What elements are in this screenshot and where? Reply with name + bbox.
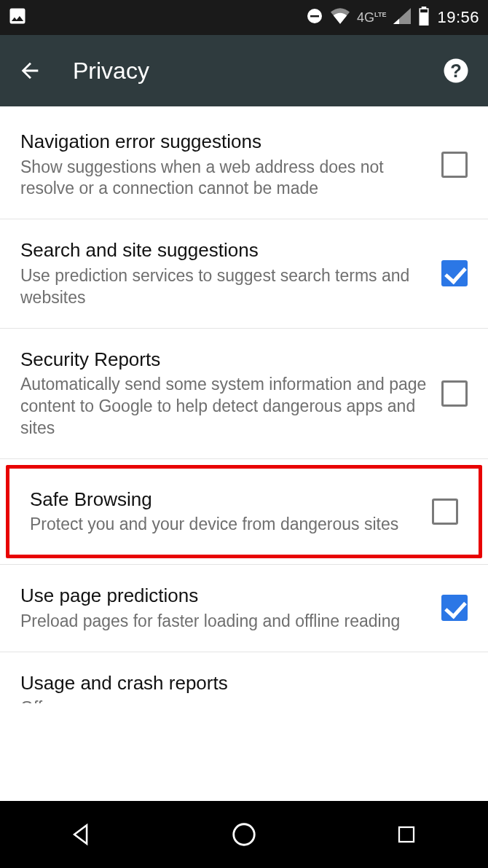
network-label: 4G LTE: [357, 11, 386, 24]
setting-subtitle: Protect you and your device from dangero…: [30, 514, 417, 536]
wifi-icon: [331, 8, 350, 27]
setting-title: Security Reports: [20, 348, 427, 372]
status-bar: 4G LTE 19:56: [0, 0, 488, 35]
app-bar: Privacy ?: [0, 35, 488, 106]
checkbox[interactable]: [441, 260, 468, 286]
page-title: Privacy: [73, 58, 441, 85]
setting-title: Safe Browsing: [30, 488, 417, 512]
nav-home-button[interactable]: [222, 813, 266, 856]
setting-security-reports[interactable]: Security Reports Automatically send some…: [0, 329, 488, 459]
navigation-bar: [0, 801, 488, 868]
svg-point-5: [234, 824, 255, 845]
setting-title: Navigation error suggestions: [20, 130, 427, 154]
svg-rect-2: [421, 9, 428, 12]
settings-list: Navigation error suggestions Show sugges…: [0, 106, 488, 703]
image-icon: [7, 6, 28, 29]
checkbox[interactable]: [441, 380, 468, 407]
highlighted-setting: Safe Browsing Protect you and your devic…: [6, 465, 482, 558]
svg-rect-1: [310, 15, 319, 17]
setting-title: Usage and crash reports: [20, 671, 453, 695]
help-button[interactable]: ?: [441, 58, 471, 84]
dnd-icon: [306, 7, 323, 28]
setting-subtitle: Off: [20, 697, 453, 703]
checkbox[interactable]: [432, 498, 458, 525]
setting-subtitle: Preload pages for faster loading and off…: [20, 611, 427, 633]
setting-title: Search and site suggestions: [20, 238, 427, 262]
svg-text:?: ?: [450, 60, 462, 81]
nav-recent-button[interactable]: [385, 813, 428, 856]
clock-time: 19:56: [437, 8, 479, 27]
nav-back-button[interactable]: [60, 813, 103, 856]
signal-icon: [393, 8, 411, 27]
svg-rect-6: [399, 827, 414, 842]
checkbox[interactable]: [441, 152, 468, 178]
setting-search-suggestions[interactable]: Search and site suggestions Use predicti…: [0, 219, 488, 328]
setting-safe-browsing[interactable]: Safe Browsing Protect you and your devic…: [9, 469, 479, 555]
setting-usage-crash-reports[interactable]: Usage and crash reports Off: [0, 652, 488, 704]
setting-subtitle: Use prediction services to suggest searc…: [20, 265, 427, 309]
setting-title: Use page predictions: [20, 584, 427, 608]
setting-nav-error-suggestions[interactable]: Navigation error suggestions Show sugges…: [0, 111, 488, 219]
back-button[interactable]: [17, 58, 47, 83]
checkbox[interactable]: [441, 595, 468, 621]
setting-subtitle: Automatically send some system informati…: [20, 374, 427, 439]
battery-icon: [418, 7, 430, 28]
setting-page-predictions[interactable]: Use page predictions Preload pages for f…: [0, 564, 488, 652]
setting-subtitle: Show suggestions when a web address does…: [20, 157, 427, 200]
